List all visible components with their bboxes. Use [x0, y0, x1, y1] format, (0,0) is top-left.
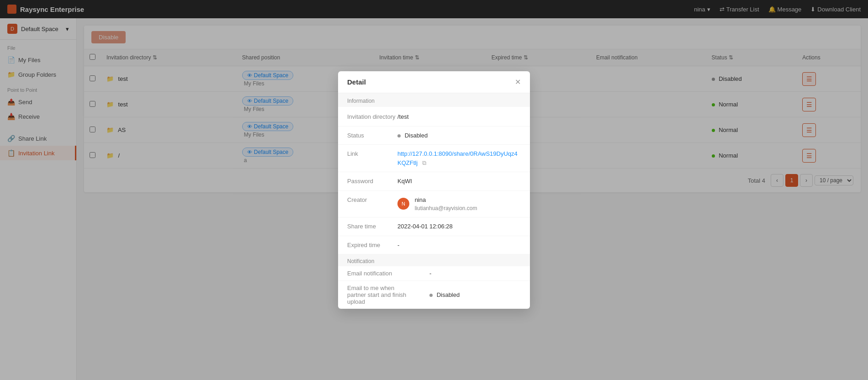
creator-row: Creator N nina liutianhua@rayvision.com	[338, 191, 530, 218]
creator-value: N nina liutianhua@rayvision.com	[397, 195, 521, 213]
expired-time-row: Expired time -	[338, 236, 530, 255]
share-time-value: 2022-04-01 12:06:28	[397, 222, 521, 231]
notification-section-label: Notification	[338, 254, 530, 266]
creator-name: nina	[415, 195, 477, 205]
email-notification-row: Email notification -	[338, 266, 530, 281]
dialog-title: Detail	[347, 78, 366, 86]
invitation-directory-value: /test	[397, 112, 521, 121]
creator-avatar: N	[397, 198, 409, 210]
email-notification-value: -	[420, 266, 530, 281]
dialog-header: Detail ✕	[338, 71, 530, 93]
share-time-label: Share time	[347, 222, 397, 231]
expired-time-value: -	[397, 241, 521, 250]
password-value: KqWI	[397, 177, 521, 186]
link-url[interactable]: http://127.0.0.1:8090/share/0RAwS19DyUqz…	[397, 150, 518, 166]
email-to-me-row: Email to me when partner start and finis…	[338, 281, 530, 309]
link-label: Link	[347, 149, 397, 167]
link-row: Link http://127.0.0.1:8090/share/0RAwS19…	[338, 145, 530, 172]
dialog-body: Information Invitation directory /test S…	[338, 93, 530, 309]
information-section-label: Information	[338, 93, 530, 107]
link-value: http://127.0.0.1:8090/share/0RAwS19DyUqz…	[397, 149, 521, 167]
detail-dialog: Detail ✕ Information Invitation director…	[338, 71, 530, 309]
status-label: Status	[347, 131, 397, 140]
invitation-directory-row: Invitation directory /test	[338, 108, 530, 127]
notification-table: Email notification - Email to me when pa…	[338, 266, 530, 309]
creator-email: liutianhua@rayvision.com	[415, 204, 477, 212]
email-to-me-value: Disabled	[420, 281, 530, 309]
password-row: Password KqWI	[338, 172, 530, 191]
close-dialog-button[interactable]: ✕	[515, 78, 521, 86]
expired-time-label: Expired time	[347, 241, 397, 250]
password-label: Password	[347, 177, 397, 186]
creator-label: Creator	[347, 195, 397, 213]
email-to-me-label: Email to me when partner start and finis…	[338, 281, 420, 309]
email-notification-label: Email notification	[338, 266, 420, 281]
status-dot	[397, 134, 401, 137]
creator-info: nina liutianhua@rayvision.com	[415, 195, 477, 213]
status-row: Status Disabled	[338, 127, 530, 145]
invitation-directory-label: Invitation directory	[347, 112, 397, 121]
modal-overlay: Detail ✕ Information Invitation director…	[0, 0, 868, 380]
status-value: Disabled	[397, 131, 521, 140]
copy-icon[interactable]: ⧉	[422, 159, 426, 166]
email-status-dot	[429, 294, 433, 297]
share-time-row: Share time 2022-04-01 12:06:28	[338, 217, 530, 236]
